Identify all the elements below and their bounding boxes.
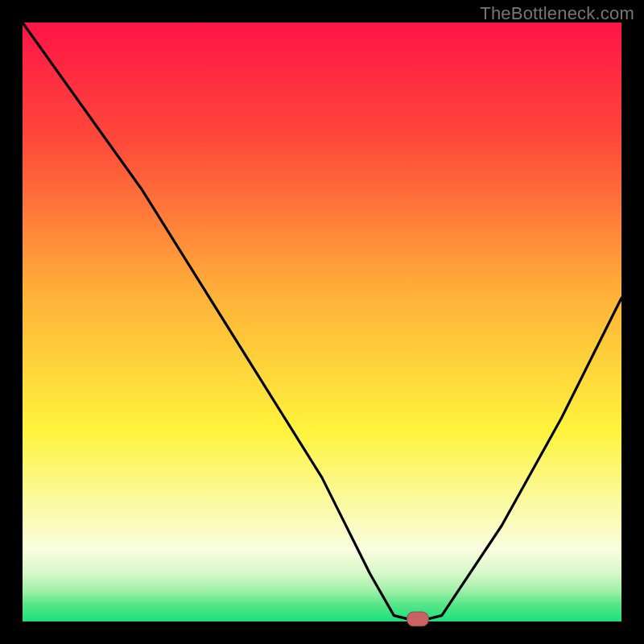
minimum-marker [407, 612, 429, 627]
chart-frame: TheBottleneck.com [0, 0, 644, 644]
plot-area [23, 23, 621, 621]
watermark-text: TheBottleneck.com [480, 3, 634, 24]
bottleneck-curve [23, 23, 621, 621]
